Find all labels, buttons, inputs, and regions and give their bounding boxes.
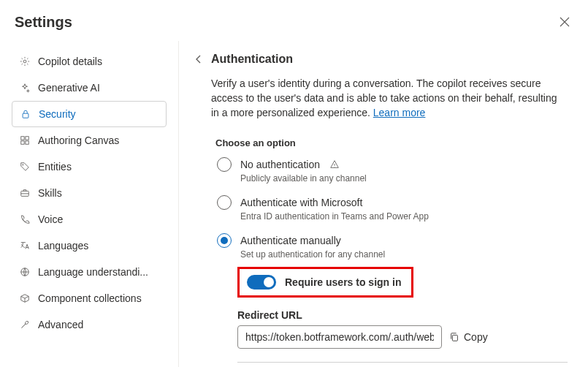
sidebar-item-skills[interactable]: Skills — [12, 180, 167, 206]
radio-authenticate-manually[interactable]: Authenticate manually — [211, 232, 568, 248]
copy-icon — [449, 332, 459, 342]
back-button[interactable] — [192, 53, 205, 66]
radio-label: Authenticate manually — [240, 235, 341, 246]
sidebar-item-label: Copilot details — [38, 56, 102, 67]
svg-rect-3 — [26, 137, 28, 140]
require-signin-label: Require users to sign in — [285, 276, 401, 288]
sidebar-item-label: Advanced — [38, 319, 83, 330]
svg-rect-9 — [452, 335, 457, 341]
sidebar-item-label: Voice — [38, 213, 63, 225]
require-signin-highlight: Require users to sign in — [237, 267, 413, 298]
sidebar-item-label: Skills — [38, 187, 62, 199]
tag-icon — [19, 161, 31, 173]
page-title: Settings — [15, 14, 72, 31]
settings-sidebar: Copilot details Generative AI Security A… — [0, 41, 179, 367]
briefcase-icon — [19, 187, 31, 199]
sidebar-item-label: Security — [39, 108, 76, 120]
phone-icon — [19, 213, 31, 225]
radio-label: Authenticate with Microsoft — [240, 197, 362, 208]
sparkle-icon — [19, 82, 31, 94]
section-title: Authentication — [211, 53, 293, 66]
redirect-url-input[interactable] — [237, 325, 442, 349]
sidebar-item-copilot-details[interactable]: Copilot details — [12, 48, 167, 75]
learn-more-link[interactable]: Learn more — [373, 107, 426, 118]
sidebar-item-label: Component collections — [38, 292, 142, 304]
svg-rect-5 — [26, 141, 28, 144]
sidebar-item-language-understanding[interactable]: Language understandi... — [12, 259, 167, 285]
svg-point-0 — [23, 60, 26, 63]
copy-button[interactable]: Copy — [449, 331, 488, 343]
language-icon — [19, 240, 31, 251]
sidebar-item-advanced[interactable]: Advanced — [12, 311, 167, 338]
box-icon — [19, 292, 31, 304]
divider — [237, 362, 568, 363]
svg-rect-2 — [21, 137, 24, 140]
radio-authenticate-microsoft[interactable]: Authenticate with Microsoft — [211, 194, 568, 210]
sidebar-item-label: Authoring Canvas — [38, 135, 119, 146]
sidebar-item-languages[interactable]: Languages — [12, 232, 167, 259]
sidebar-item-label: Generative AI — [38, 82, 100, 94]
copy-label: Copy — [464, 331, 488, 343]
radio-button[interactable] — [217, 233, 232, 248]
sidebar-item-authoring-canvas[interactable]: Authoring Canvas — [12, 127, 167, 154]
settings-header: Settings — [0, 0, 588, 41]
redirect-url-label: Redirect URL — [237, 309, 568, 321]
choose-option-label: Choose an option — [211, 137, 568, 148]
sidebar-item-label: Entities — [38, 161, 72, 173]
radio-button[interactable] — [217, 195, 232, 210]
lock-icon — [20, 108, 31, 120]
radio-no-authentication[interactable]: No authentication — [211, 156, 568, 172]
gear-icon — [19, 56, 31, 67]
warning-icon — [329, 159, 340, 170]
sidebar-item-label: Languages — [38, 240, 88, 251]
sidebar-item-security[interactable]: Security — [12, 101, 167, 127]
close-icon — [560, 17, 570, 27]
require-signin-toggle[interactable] — [247, 275, 276, 290]
grid-icon — [19, 135, 31, 146]
sidebar-item-entities[interactable]: Entities — [12, 154, 167, 180]
sidebar-item-voice[interactable]: Voice — [12, 206, 167, 232]
chevron-left-icon — [194, 55, 203, 64]
sidebar-item-component-collections[interactable]: Component collections — [12, 285, 167, 311]
main-panel: Authentication Verify a user's identity … — [179, 41, 588, 367]
sidebar-item-label: Language understandi... — [38, 266, 148, 278]
radio-sublabel: Set up authentication for any channel — [211, 248, 568, 264]
svg-point-6 — [23, 164, 24, 166]
radio-label: No authentication — [240, 159, 320, 170]
globe-icon — [19, 266, 31, 278]
wrench-icon — [19, 319, 31, 330]
radio-sublabel: Publicly available in any channel — [211, 172, 568, 194]
close-button[interactable] — [556, 13, 573, 31]
svg-rect-1 — [23, 113, 28, 118]
sidebar-item-generative-ai[interactable]: Generative AI — [12, 75, 167, 101]
svg-rect-4 — [21, 141, 24, 144]
section-description: Verify a user's identity during a conver… — [192, 76, 568, 120]
radio-button[interactable] — [217, 157, 232, 172]
radio-sublabel: Entra ID authentication in Teams and Pow… — [211, 210, 568, 232]
